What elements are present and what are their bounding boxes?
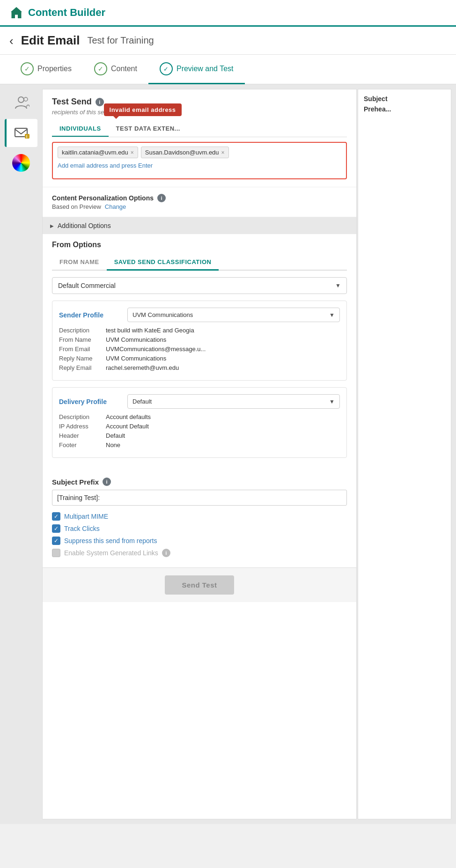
checkbox-system-links-label: Enable System Generated Links [64,549,158,557]
inner-tab-from-name[interactable]: FROM NAME [52,255,107,271]
checkbox-suppress-box[interactable]: ✓ [52,537,60,545]
delivery-profile-value: Default [132,398,152,405]
checkbox-track-clicks: ✓ Track Clicks [52,524,347,533]
sidebar-item-wheel[interactable] [5,149,37,177]
change-link[interactable]: Change [105,203,126,210]
tab-preview[interactable]: ✓ Preview and Test [148,55,245,84]
top-nav: Content Builder [0,0,456,27]
delivery-profile-dropdown[interactable]: Default ▼ [127,394,340,409]
email-tag-kaitlin: kaitlin.catania@uvm.edu × [58,147,138,158]
right-panel-preheat-label: Prehea... [364,105,445,113]
color-wheel-icon [12,154,30,172]
subject-input[interactable] [52,490,347,506]
sub-tabs: INDIVIDUALS TEST DATA EXTEN... Invalid e… [52,121,347,137]
svg-point-1 [18,97,24,103]
checkbox-multipart-box[interactable]: ✓ [52,512,60,521]
remove-tag-kaitlin[interactable]: × [131,149,134,156]
svg-point-2 [24,97,28,101]
sender-from-name-key: From Name [59,336,106,343]
checkbox-track-clicks-label[interactable]: Track Clicks [64,525,100,532]
inner-tab-saved-send[interactable]: SAVED SEND CLASSIFICATION [107,255,219,271]
delivery-detail-footer: Footer None [59,441,340,449]
tab-properties-label: Properties [37,65,72,73]
tab-content-label: Content [111,65,137,73]
add-email-text[interactable]: Add email address and press Enter [58,162,341,169]
inner-tabs: FROM NAME SAVED SEND CLASSIFICATION [52,255,347,271]
content-check-icon: ✓ [94,62,107,75]
send-test-section: Send Test [43,567,356,602]
svg-text:!: ! [26,134,28,139]
checkbox-track-clicks-box[interactable]: ✓ [52,524,60,533]
delivery-header-val: Default [106,432,125,439]
right-panel: Subject Prehea... [358,89,451,819]
sender-profile-label: Sender Profile [59,311,120,319]
email-tag-susan: Susan.Davidson@uvm.edu × [141,147,229,158]
subject-header: Subject Prefix i [52,478,347,486]
sender-profile-value: UVM Communications [132,311,193,318]
sidebar-item-people[interactable] [5,89,37,117]
tab-content[interactable]: ✓ Content [83,55,148,84]
svg-marker-0 [11,7,22,18]
delivery-profile-row: Delivery Profile Default ▼ [59,394,340,409]
tab-properties[interactable]: ✓ Properties [9,55,83,84]
email-tags-container[interactable]: kaitlin.catania@uvm.edu × Susan.Davidson… [52,142,347,179]
sub-tab-test-data[interactable]: TEST DATA EXTEN... Invalid email address [109,121,188,137]
edit-header: ‹ Edit Email Test for Training [0,27,456,55]
based-on-label: Based on Preview [52,203,101,210]
classification-dropdown-arrow: ▼ [335,282,341,289]
personalization-section: Content Personalization Options i Based … [43,187,356,217]
delivery-detail-ip: IP Address Account Default [59,423,340,430]
system-links-info-icon: i [162,549,170,557]
sender-detail-description: Description test build with KateE and Ge… [59,327,340,334]
home-icon[interactable] [9,6,23,20]
personalization-title: Content Personalization Options [52,194,154,202]
classification-dropdown[interactable]: Default Commercial ▼ [52,277,347,294]
checkbox-multipart-label[interactable]: Multipart MIME [64,513,108,520]
sender-dropdown-arrow: ▼ [329,312,335,318]
from-options-section: From Options FROM NAME SAVED SEND CLASSI… [43,234,356,471]
subject-title: Subject Prefix [52,478,99,486]
checkbox-suppress-label[interactable]: Suppress this send from reports [64,537,157,544]
delivery-ip-val: Account Default [106,423,149,430]
back-button[interactable]: ‹ [9,35,14,47]
sidebar-icons: ! [0,84,42,824]
additional-options-label: Additional Options [58,222,111,229]
personalization-row: Based on Preview Change [52,203,347,210]
sender-detail-from-email: From Email UVMCommunications@message.u..… [59,346,340,353]
tags-row: kaitlin.catania@uvm.edu × Susan.Davidson… [58,147,341,158]
properties-check-icon: ✓ [21,62,34,75]
delivery-detail-description: Description Account defaults [59,413,340,420]
delivery-footer-val: None [106,441,120,449]
email-tag-susan-text: Susan.Davidson@uvm.edu [145,149,219,156]
preview-circle-icon: ✓ [160,62,173,75]
sender-profile-dropdown[interactable]: UVM Communications ▼ [127,308,340,322]
remove-tag-susan[interactable]: × [221,149,225,156]
additional-options-toggle[interactable]: ▶ Additional Options [43,217,356,234]
sender-desc-key: Description [59,327,106,334]
delivery-detail-header: Header Default [59,432,340,439]
delivery-header-key: Header [59,432,106,439]
delivery-desc-val: Account defaults [106,413,151,420]
delivery-desc-key: Description [59,413,106,420]
subject-info-icon[interactable]: i [103,478,111,486]
people-icon [13,95,29,111]
delivery-dropdown-arrow: ▼ [329,398,335,405]
sender-reply-name-key: Reply Name [59,355,106,362]
checkbox-track-clicks-check: ✓ [54,525,59,532]
sender-profile-row: Sender Profile UVM Communications ▼ [59,308,340,322]
sender-desc-val: test build with KateE and Geogia [106,327,194,334]
test-send-header: Test Send i [52,97,347,107]
invalid-email-tooltip: Invalid email address [104,103,182,116]
test-send-title: Test Send [52,97,92,107]
tab-bar: ✓ Properties ✓ Content ✓ Preview and Tes… [0,55,456,84]
personalization-info-icon[interactable]: i [157,194,166,202]
sender-from-name-val: UVM Communications [106,336,166,343]
checkbox-suppress-check: ✓ [54,537,59,544]
send-test-button[interactable]: Send Test [165,575,234,595]
test-send-info-icon[interactable]: i [96,98,104,106]
sidebar-item-email[interactable]: ! [5,119,37,147]
sub-tab-individuals[interactable]: INDIVIDUALS [52,121,109,137]
sender-reply-email-val: rachel.seremeth@uvm.edu [106,364,179,371]
triangle-icon: ▶ [50,223,54,228]
sender-reply-email-key: Reply Email [59,364,106,371]
